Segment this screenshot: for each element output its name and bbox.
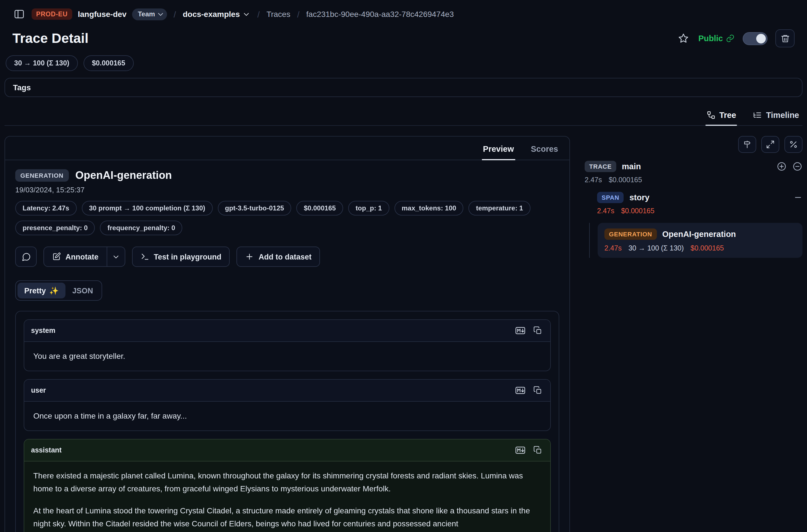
tags-editor[interactable]: Tags	[4, 78, 803, 97]
delete-trace-button[interactable]	[775, 29, 794, 48]
generation-cost: $0.000165	[691, 244, 724, 252]
json-label: JSON	[72, 286, 93, 295]
page-title: Trace Detail	[13, 31, 89, 46]
markdown-toggle-button[interactable]	[514, 444, 527, 456]
message-content: Once upon a time in a galaxy far, far aw…	[24, 402, 550, 431]
breadcrumb-traces-link[interactable]: Traces	[266, 10, 290, 19]
tab-timeline-label: Timeline	[766, 111, 799, 120]
meta-badge-top-p: top_p: 1	[348, 201, 389, 215]
panel-left-icon	[14, 8, 25, 20]
org-plan-label: Team	[138, 10, 155, 18]
markdown-toggle-button[interactable]	[514, 324, 527, 337]
terminal-icon	[140, 252, 149, 261]
annotate-dropdown-button[interactable]	[107, 247, 125, 267]
tab-preview[interactable]: Preview	[482, 143, 515, 160]
span-name: story	[630, 193, 650, 202]
annotate-split-button: Annotate	[43, 247, 125, 267]
content-area: Preview Scores GENERATION OpenAI-generat…	[4, 126, 803, 532]
public-link[interactable]: Public	[698, 34, 735, 43]
expand-all-button[interactable]	[761, 136, 780, 153]
copy-button[interactable]	[532, 444, 543, 456]
percent-icon	[789, 140, 798, 149]
viewport: PROD-EU langfuse-dev Team docs-examples …	[0, 0, 807, 532]
message-user: user	[24, 379, 551, 431]
tree-node-trace[interactable]: TRACE main	[585, 161, 803, 172]
tab-timeline[interactable]: Timeline	[752, 108, 800, 125]
add-to-dataset-label: Add to dataset	[259, 252, 312, 261]
trash-icon	[780, 34, 790, 43]
milestone-icon	[743, 140, 752, 149]
format-toggle: Pretty ✨ JSON	[15, 280, 102, 301]
trace-summary: 30 → 100 (Σ 130) $0.000165	[4, 51, 803, 77]
chevron-down-icon	[111, 252, 120, 261]
chevron-down-icon	[156, 10, 165, 18]
add-to-dataset-button[interactable]: Add to dataset	[237, 247, 320, 267]
generation-latency: 2.47s	[604, 244, 622, 252]
show-percentages-button[interactable]	[784, 136, 803, 153]
observation-header: GENERATION OpenAI-generation	[15, 169, 559, 182]
timeline-icon	[753, 111, 762, 120]
message-role: user	[31, 386, 46, 394]
message-paragraph: Once upon a time in a galaxy far, far aw…	[33, 410, 541, 422]
copy-icon	[533, 386, 542, 395]
page-header: Trace Detail Public	[4, 25, 803, 51]
tree-icon	[706, 111, 715, 120]
trace-metrics: 2.47s $0.000165	[585, 176, 803, 184]
star-icon	[678, 33, 689, 44]
view-tabs: Tree Timeline	[4, 103, 803, 126]
meta-badge-cost: $0.000165	[297, 201, 343, 215]
format-pretty-button[interactable]: Pretty ✨	[18, 283, 65, 299]
test-in-playground-button[interactable]: Test in playground	[132, 247, 230, 267]
message-paragraph: You are a great storyteller.	[33, 350, 541, 363]
copy-button[interactable]	[532, 385, 543, 396]
trace-name: main	[622, 162, 641, 171]
org-plan-badge[interactable]: Team	[132, 8, 167, 20]
markdown-icon	[515, 385, 525, 396]
message-role: assistant	[31, 446, 61, 454]
environment-badge: PROD-EU	[32, 8, 72, 20]
public-toggle[interactable]	[743, 32, 768, 45]
comments-button[interactable]	[15, 247, 37, 267]
minus-icon	[793, 193, 803, 202]
chevron-down-icon	[242, 10, 250, 18]
tab-tree[interactable]: Tree	[705, 108, 737, 125]
toggle-knob	[756, 34, 766, 43]
collapse-node-button[interactable]	[793, 193, 803, 202]
markdown-toggle-button[interactable]	[514, 384, 527, 397]
zoom-in-button[interactable]	[776, 162, 787, 171]
copy-button[interactable]	[532, 325, 543, 336]
zoom-out-button[interactable]	[792, 162, 803, 171]
breadcrumb-trace-id: fac231bc-90ee-490a-aa32-78c4269474e3	[306, 10, 454, 19]
generation-badge: GENERATION	[604, 228, 657, 240]
trace-detail-page: PROD-EU langfuse-dev Team docs-examples …	[0, 0, 807, 532]
milestone-view-button[interactable]	[738, 136, 756, 153]
trace-latency: 2.47s	[585, 176, 602, 184]
project-switcher[interactable]: docs-examples	[183, 10, 250, 19]
sidebar-toggle-button[interactable]	[13, 7, 26, 21]
tree-node-generation-selected[interactable]: GENERATION OpenAI-generation 2.47s 30 → …	[598, 223, 803, 258]
generation-tokens: 30 → 100 (Σ 130)	[628, 244, 684, 252]
annotate-button[interactable]: Annotate	[43, 247, 107, 267]
trace-children: SPAN story 2.47s $0.000165	[597, 192, 803, 258]
trace-tree-panel: TRACE main 2.47s	[585, 136, 803, 258]
cost-pill: $0.000165	[83, 55, 134, 71]
breadcrumb-org[interactable]: langfuse-dev	[78, 10, 127, 19]
expand-icon	[766, 140, 775, 149]
sparkles-icon: ✨	[50, 286, 59, 295]
message-tools	[514, 324, 543, 337]
meta-badge-max-tokens: max_tokens: 100	[394, 201, 463, 215]
meta-badge-presence-penalty: presence_penalty: 0	[15, 221, 95, 235]
messages-container: system	[15, 311, 559, 532]
trace-badge: TRACE	[585, 161, 616, 172]
tree-node-span[interactable]: SPAN story	[597, 192, 803, 203]
message-paragraph: There existed a majestic planet called L…	[33, 469, 541, 495]
tree-toolbar	[585, 136, 803, 153]
tab-scores[interactable]: Scores	[530, 143, 559, 160]
format-json-button[interactable]: JSON	[65, 283, 100, 299]
meta-badge-temperature: temperature: 1	[469, 201, 530, 215]
copy-icon	[533, 446, 542, 455]
generation-metrics: 2.47s 30 → 100 (Σ 130) $0.000165	[604, 244, 796, 252]
copy-icon	[533, 326, 542, 335]
tab-tree-label: Tree	[719, 111, 736, 120]
bookmark-star-button[interactable]	[677, 32, 691, 45]
